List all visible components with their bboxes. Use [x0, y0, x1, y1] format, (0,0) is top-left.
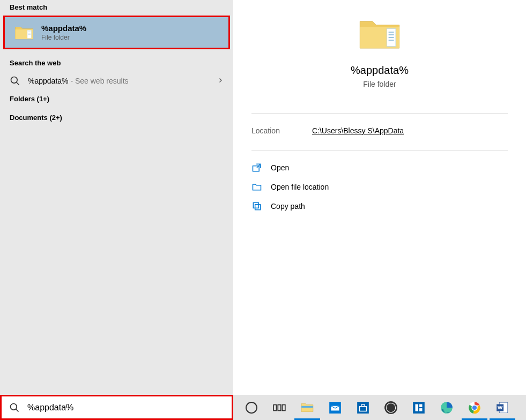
folder-icon [14, 25, 34, 41]
action-copy-path[interactable]: Copy path [251, 198, 508, 215]
svg-rect-22 [357, 402, 369, 414]
dell-icon [384, 401, 398, 415]
cortana-button[interactable] [238, 395, 265, 420]
open-icon [251, 162, 262, 173]
category-documents[interactable]: Documents (2+) [0, 108, 233, 127]
results-panel: Best match %appdata% File folder Search … [0, 0, 233, 395]
store-taskbar[interactable] [349, 395, 377, 420]
edge-taskbar[interactable] [433, 395, 461, 420]
search-box[interactable] [0, 395, 233, 420]
search-icon [9, 402, 20, 413]
store-icon [356, 401, 370, 415]
folder-location-icon [251, 182, 262, 192]
chevron-right-icon [217, 76, 224, 86]
edge-icon [440, 401, 454, 415]
chrome-taskbar[interactable] [461, 395, 488, 420]
category-folders[interactable]: Folders (1+) [0, 89, 233, 108]
svg-rect-13 [255, 205, 261, 210]
search-input[interactable] [27, 403, 224, 412]
task-view-icon [272, 401, 286, 415]
office-taskbar[interactable] [405, 395, 433, 420]
action-label: Open [271, 163, 289, 172]
svg-rect-25 [413, 402, 425, 414]
search-web-label: Search the web [0, 49, 233, 72]
result-subtitle: File folder [41, 34, 86, 41]
action-open-file-location[interactable]: Open file location [251, 178, 508, 196]
svg-rect-14 [253, 202, 258, 208]
task-view-button[interactable] [265, 395, 293, 420]
svg-line-5 [17, 82, 19, 85]
action-open[interactable]: Open [251, 159, 508, 176]
web-result[interactable]: %appdata% - See web results [0, 72, 233, 89]
result-title: %appdata% [41, 24, 86, 33]
best-match-result[interactable]: %appdata% File folder [3, 16, 230, 49]
svg-rect-17 [273, 404, 276, 410]
svg-rect-27 [419, 404, 422, 407]
svg-rect-26 [416, 404, 418, 411]
svg-point-4 [11, 77, 18, 84]
svg-rect-20 [301, 406, 313, 407]
svg-rect-28 [419, 408, 422, 411]
web-term: %appdata% [28, 77, 69, 85]
mail-taskbar[interactable] [321, 395, 349, 420]
svg-line-16 [16, 409, 19, 411]
mail-icon [328, 401, 342, 415]
cortana-icon [246, 402, 257, 414]
file-explorer-taskbar[interactable] [293, 395, 321, 420]
svg-rect-19 [282, 404, 285, 410]
action-label: Open file location [271, 183, 329, 191]
svg-text:W: W [498, 404, 503, 410]
taskbar: W [0, 395, 526, 420]
svg-point-32 [472, 406, 477, 410]
svg-rect-18 [278, 404, 280, 410]
word-icon: W [495, 401, 509, 415]
chrome-icon [468, 401, 481, 415]
best-match-label: Best match [0, 0, 233, 16]
preview-panel: %appdata% File folder Location C:\Users\… [233, 0, 526, 395]
location-path-link[interactable]: C:\Users\Blessy S\AppData [312, 126, 404, 135]
office-icon [412, 401, 426, 415]
search-icon [10, 76, 20, 86]
web-suffix: - See web results [69, 77, 129, 85]
preview-title: %appdata% [351, 64, 409, 77]
file-explorer-icon [300, 401, 314, 415]
preview-subtitle: File folder [363, 80, 396, 88]
copy-icon [251, 201, 262, 212]
svg-point-15 [11, 403, 17, 410]
location-label: Location [251, 126, 280, 135]
dell-taskbar[interactable] [377, 395, 405, 420]
action-label: Copy path [271, 202, 305, 211]
word-taskbar[interactable]: W [488, 395, 516, 420]
folder-icon [358, 16, 401, 54]
